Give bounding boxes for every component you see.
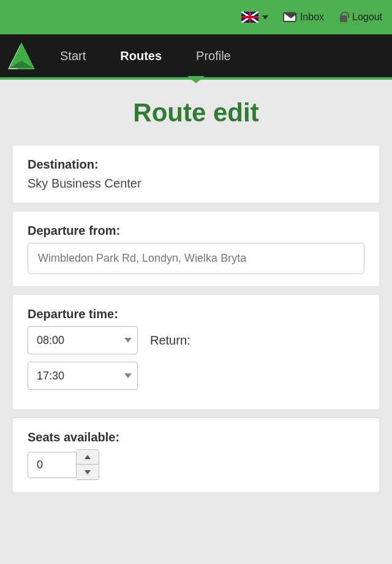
seats-row [28,449,364,480]
time-go-select[interactable]: 08:00 08:30 09:00 [28,326,138,354]
inbox-label: Inbox [300,12,324,23]
seats-label: Seats available: [28,430,364,444]
nav-items: Start Routes Profile [43,34,392,77]
chevron-down-icon [262,15,268,20]
seats-increment-button[interactable] [77,450,99,465]
logout-link[interactable]: Logout [339,12,382,23]
envelope-icon [283,12,296,22]
lock-icon [339,12,349,23]
flag-uk-icon [241,12,258,23]
time-return-select[interactable]: 17:30 18:00 18:30 [28,362,138,390]
departure-from-card: Departure from: [12,211,380,287]
return-label: Return: [150,333,190,348]
departure-time-card: Departure time: 08:00 08:30 09:00 Return… [12,294,380,410]
arrow-down-icon [85,470,91,474]
departure-time-label: Departure time: [28,307,364,321]
destination-card: Destination: Sky Business Center [12,145,380,204]
main-content: Route edit Destination: Sky Business Cen… [0,80,392,513]
nav-profile[interactable]: Profile [179,34,248,77]
logout-label: Logout [352,12,382,23]
seats-spinner [77,449,99,480]
destination-label: Destination: [28,158,364,172]
destination-value: Sky Business Center [28,177,364,191]
arrow-up-icon [85,455,91,459]
seats-decrement-button[interactable] [77,465,99,479]
nav-routes[interactable]: Routes [103,34,179,77]
departure-from-input[interactable] [28,243,364,274]
time-return-wrapper: 17:30 18:00 18:30 [28,362,138,390]
nav-logo [0,34,43,77]
seats-card: Seats available: [12,417,380,493]
departure-time-return-row: 17:30 18:00 18:30 [28,362,364,390]
page-title: Route edit [12,98,380,128]
time-go-wrapper: 08:00 08:30 09:00 [28,326,138,354]
departure-from-label: Departure from: [28,224,364,238]
top-bar: Inbox Logout [0,0,392,34]
logo-icon [6,40,37,72]
language-selector[interactable] [241,12,268,23]
nav-bar: Start Routes Profile [0,34,392,77]
seats-input[interactable] [28,452,77,478]
nav-start[interactable]: Start [43,34,103,77]
nav-active-indicator [187,76,205,83]
inbox-link[interactable]: Inbox [283,12,324,23]
departure-time-go-row: 08:00 08:30 09:00 Return: [28,326,364,354]
